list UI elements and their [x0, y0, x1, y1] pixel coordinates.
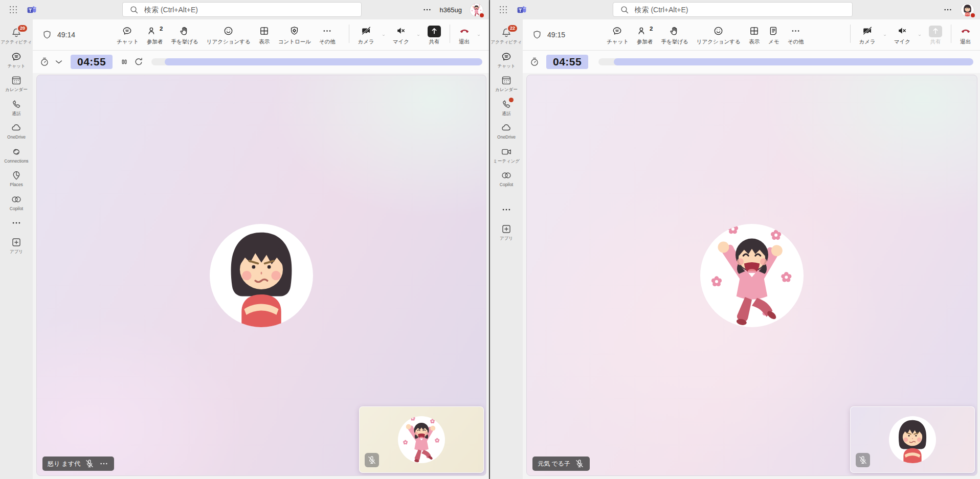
sidebar-item[interactable]: カレンダー — [490, 71, 523, 95]
toolbar-item[interactable]: 表示 — [745, 26, 764, 44]
meeting-elapsed-time: 49:15 — [547, 31, 565, 39]
toolbar-item-label: 表示 — [259, 39, 270, 44]
sidebar-item[interactable]: OneDrive — [0, 119, 33, 143]
participant-avatar — [210, 224, 313, 327]
audio-muted-icon — [897, 26, 907, 36]
toolbar-item[interactable]: 2 参加者 — [143, 26, 167, 44]
share-button: 共有 — [925, 26, 946, 44]
search-input[interactable] — [144, 6, 355, 14]
timer-chevron-icon[interactable] — [54, 57, 64, 67]
sidebar-item[interactable]: 通話 — [490, 95, 523, 119]
chat-icon — [501, 51, 512, 62]
toolbar-item[interactable]: その他 — [784, 26, 808, 44]
toolbar-item[interactable]: チャット — [603, 26, 633, 44]
user-avatar[interactable] — [961, 3, 974, 17]
sidebar-item[interactable]: カレンダー — [0, 71, 33, 95]
app-launcher-icon[interactable] — [8, 5, 18, 15]
sidebar-item[interactable]: Copilot — [490, 166, 523, 190]
toolbar-item[interactable]: 手を挙げる — [657, 26, 692, 44]
toolbar-item[interactable]: コントロール — [274, 26, 315, 44]
mic-off-icon — [574, 459, 585, 469]
titlebar-more-icon[interactable] — [943, 5, 953, 15]
self-view-pip[interactable] — [850, 406, 975, 473]
sidebar-item[interactable]: OneDrive — [490, 119, 523, 143]
toolbar-item[interactable]: その他 — [315, 26, 340, 44]
toolbar-item[interactable]: リアクションする — [203, 26, 255, 44]
camera-options-chevron-icon[interactable] — [378, 30, 389, 40]
restart-icon[interactable] — [133, 57, 144, 67]
app-launcher-icon[interactable] — [498, 5, 508, 15]
mic-button[interactable]: マイク — [389, 26, 413, 44]
shield-gear-icon — [289, 26, 300, 37]
toolbar-item-label: その他 — [319, 39, 336, 44]
mic-options-chevron-icon[interactable] — [413, 30, 424, 40]
leave-options-chevron-icon[interactable] — [474, 30, 484, 40]
toolbar-item-label: チャット — [607, 39, 629, 44]
sidebar-item[interactable]: ミーティング — [490, 143, 523, 167]
toolbar-item[interactable]: 表示 — [255, 26, 274, 44]
toolbar-item-label: 表示 — [749, 39, 760, 44]
sidebar-item-label: Connections — [4, 159, 28, 164]
grid-icon — [259, 26, 270, 37]
sidebar-item-label: アクティビティ — [1, 40, 32, 44]
toolbar-item[interactable]: 2 参加者 — [633, 26, 657, 44]
toolbar-item[interactable]: リアクションする — [693, 26, 745, 44]
sidebar-item[interactable]: アプリ — [490, 220, 523, 244]
search-input[interactable] — [635, 6, 846, 14]
mic-button[interactable]: マイク — [890, 26, 915, 44]
security-shield-icon[interactable] — [532, 30, 542, 40]
camera-button[interactable]: カメラ — [855, 26, 880, 44]
sidebar-item[interactable]: 22 アクティビティ — [490, 24, 523, 48]
plus-square-icon — [501, 223, 512, 235]
sidebar-item[interactable]: Connections — [0, 143, 33, 167]
sidebar-item-label: 通話 — [12, 111, 21, 116]
sidebar-item[interactable]: 通話 — [0, 95, 33, 119]
sidebar-item[interactable]: 20 アクティビティ — [0, 24, 33, 48]
chat-icon — [11, 51, 22, 62]
leave-button[interactable]: 退出 — [455, 26, 474, 44]
participant-count: 2 — [160, 26, 163, 32]
sidebar-item[interactable]: Copilot — [0, 190, 33, 214]
titlebar-more-icon[interactable] — [422, 5, 432, 15]
sidebar-item[interactable]: Places — [0, 166, 33, 190]
meeting-toolbar: 49:15 チャット 2 参加者 手を挙げる リアクションする — [523, 19, 980, 51]
share-icon — [428, 26, 441, 37]
toolbar-item[interactable]: メモ — [764, 26, 784, 44]
countdown-progress-bar — [598, 58, 973, 65]
security-shield-icon[interactable] — [42, 30, 52, 40]
participant-name-label: 元気 でる子 — [532, 457, 590, 471]
app-sidebar: 20 アクティビティ チャット カレンダー 通話 OneDrive Connec… — [0, 19, 33, 479]
hand-icon — [179, 26, 190, 37]
stopwatch-icon[interactable] — [39, 57, 50, 67]
status-busy-dot — [479, 12, 485, 18]
pause-icon[interactable] — [119, 57, 129, 67]
user-avatar[interactable] — [470, 3, 483, 17]
countdown-value: 04:55 — [71, 55, 113, 69]
note-icon — [768, 26, 779, 37]
self-avatar — [398, 416, 445, 463]
mic-options-chevron-icon[interactable] — [915, 30, 925, 40]
meeting-elapsed-time: 49:14 — [57, 31, 75, 39]
leave-button[interactable]: 退出 — [956, 26, 975, 44]
smiley-icon — [713, 26, 724, 37]
sidebar-item[interactable] — [490, 200, 523, 220]
search-box[interactable] — [613, 2, 853, 17]
share-button[interactable]: 共有 — [424, 26, 445, 44]
stopwatch-icon[interactable] — [529, 57, 540, 67]
toolbar-item[interactable]: 手を挙げる — [167, 26, 202, 44]
toolbar-item[interactable]: チャット — [113, 26, 143, 44]
sidebar-item[interactable]: チャット — [0, 48, 33, 72]
toolbar-item-label: 参加者 — [147, 39, 163, 44]
dots-icon — [322, 26, 333, 37]
participant-count: 2 — [650, 26, 653, 32]
search-box[interactable] — [122, 2, 362, 17]
self-view-pip[interactable] — [359, 406, 484, 473]
sidebar-item[interactable] — [0, 214, 33, 233]
participant-more-icon[interactable] — [99, 459, 109, 469]
toolbar-divider — [349, 25, 349, 43]
sidebar-item[interactable]: チャット — [490, 48, 523, 72]
camera-options-chevron-icon[interactable] — [880, 30, 890, 40]
sidebar-item-label: Places — [10, 183, 23, 187]
sidebar-item[interactable]: アプリ — [0, 233, 33, 257]
camera-button[interactable]: カメラ — [354, 26, 378, 44]
